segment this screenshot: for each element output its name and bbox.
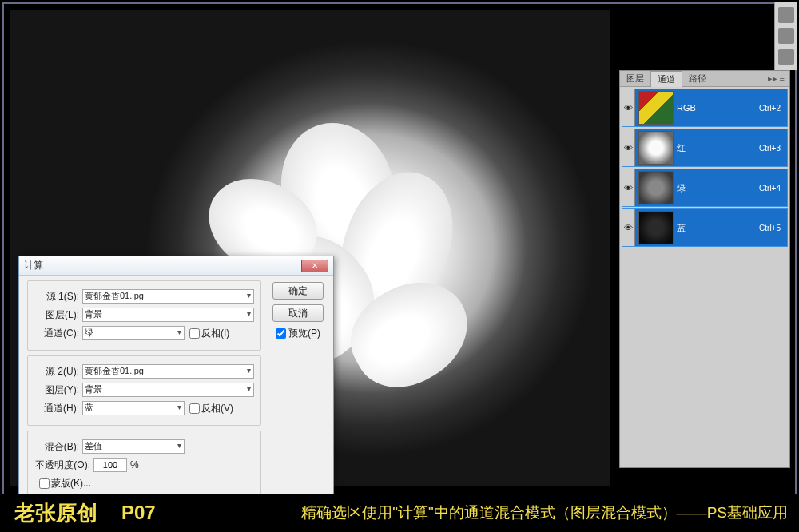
channel-shortcut: Ctrl+2: [759, 104, 781, 113]
panel-menu-icon[interactable]: ▸▸ ≡: [763, 73, 789, 84]
source2-invert-label: 反相(V): [201, 402, 233, 415]
channel-name: 蓝: [677, 222, 715, 234]
channel-name: RGB: [677, 103, 715, 113]
channel-shortcut: Ctrl+4: [759, 184, 781, 193]
page-number: P07: [121, 502, 156, 524]
opacity-input[interactable]: [93, 458, 127, 472]
channel-shortcut: Ctrl+5: [759, 224, 781, 232]
panel-tab-bar: 图层 通道 路径 ▸▸ ≡: [620, 71, 789, 87]
tool-icon[interactable]: [778, 7, 794, 23]
visibility-eye-icon[interactable]: 👁: [622, 169, 635, 206]
channel-list: 👁 RGB Ctrl+2 👁 红 Ctrl+3 👁 绿 Ctrl+4 👁 蓝 C…: [620, 87, 789, 247]
source2-label: 源 2(U):: [34, 365, 79, 379]
dialog-title-text: 计算: [24, 259, 43, 272]
channel-thumbnail: [638, 91, 674, 125]
calculations-dialog: 计算 ✕ 源 1(S): 黄郁金香01.jpg 图层(L): 背景 通道(C):…: [18, 256, 334, 532]
mask-label: 蒙版(K)...: [51, 477, 91, 490]
author-credit: 老张原创: [14, 499, 97, 527]
panel-empty-area: [620, 248, 789, 467]
percent-sign: %: [130, 459, 139, 470]
visibility-eye-icon[interactable]: 👁: [622, 129, 635, 166]
tutorial-caption: 精确选区使用"计算"中的通道混合模式（图层混合模式）——PS基础应用: [301, 502, 788, 523]
source1-invert-label: 反相(I): [201, 327, 229, 340]
channel-name: 绿: [677, 182, 715, 194]
mask-checkbox[interactable]: [39, 478, 50, 489]
cancel-button[interactable]: 取消: [272, 304, 324, 322]
blend-section: 混合(B): 差值 不透明度(O): % 蒙版(K)...: [27, 431, 261, 501]
dialog-titlebar[interactable]: 计算 ✕: [19, 256, 333, 276]
tab-paths[interactable]: 路径: [682, 71, 713, 86]
source1-layer-select[interactable]: 背景: [82, 308, 254, 322]
channel-thumbnail: [638, 211, 674, 244]
channel-row-blue[interactable]: 👁 蓝 Ctrl+5: [622, 208, 788, 247]
tool-icon[interactable]: [778, 28, 794, 44]
channel-row-red[interactable]: 👁 红 Ctrl+3: [622, 129, 788, 167]
tab-channels[interactable]: 通道: [650, 71, 682, 87]
source1-file-select[interactable]: 黄郁金香01.jpg: [82, 289, 254, 304]
right-tool-strip: [774, 2, 797, 70]
source2-file-select[interactable]: 黄郁金香01.jpg: [82, 364, 254, 379]
source2-channel-label: 通道(H):: [34, 402, 79, 415]
source1-section: 源 1(S): 黄郁金香01.jpg 图层(L): 背景 通道(C): 绿 反相…: [27, 280, 261, 351]
preview-label: 预览(P): [288, 327, 320, 340]
source1-label: 源 1(S):: [34, 290, 79, 304]
blend-label: 混合(B):: [34, 440, 79, 454]
footer-caption-bar: 老张原创 P07 精确选区使用"计算"中的通道混合模式（图层混合模式）——PS基…: [0, 494, 799, 532]
visibility-eye-icon[interactable]: 👁: [622, 209, 635, 246]
source2-section: 源 2(U): 黄郁金香01.jpg 图层(Y): 背景 通道(H): 蓝 反相…: [27, 355, 261, 426]
channels-panel: 图层 通道 路径 ▸▸ ≡ 👁 RGB Ctrl+2 👁 红 Ctrl+3 👁 …: [619, 70, 790, 468]
visibility-eye-icon[interactable]: 👁: [622, 89, 635, 126]
source2-layer-label: 图层(Y):: [34, 383, 79, 397]
channel-row-green[interactable]: 👁 绿 Ctrl+4: [622, 169, 788, 207]
blend-mode-select[interactable]: 差值: [82, 439, 185, 454]
preview-row: 预览(P): [269, 327, 327, 340]
channel-thumbnail: [638, 131, 674, 165]
close-icon[interactable]: ✕: [301, 260, 328, 272]
channel-thumbnail: [638, 171, 674, 204]
tool-icon[interactable]: [778, 49, 794, 65]
source1-invert-checkbox[interactable]: [189, 328, 200, 339]
channel-row-rgb[interactable]: 👁 RGB Ctrl+2: [622, 89, 788, 127]
tab-layers[interactable]: 图层: [620, 71, 650, 86]
source1-channel-select[interactable]: 绿: [82, 326, 185, 340]
channel-shortcut: Ctrl+3: [759, 144, 781, 153]
preview-checkbox[interactable]: [276, 328, 286, 339]
ok-button[interactable]: 确定: [272, 282, 324, 300]
opacity-label: 不透明度(O):: [34, 459, 90, 472]
channel-name: 红: [677, 142, 715, 154]
source1-layer-label: 图层(L):: [34, 308, 79, 322]
source2-invert-checkbox[interactable]: [189, 403, 200, 414]
source2-layer-select[interactable]: 背景: [82, 383, 254, 397]
source2-channel-select[interactable]: 蓝: [82, 401, 185, 415]
source1-channel-label: 通道(C):: [34, 327, 79, 340]
